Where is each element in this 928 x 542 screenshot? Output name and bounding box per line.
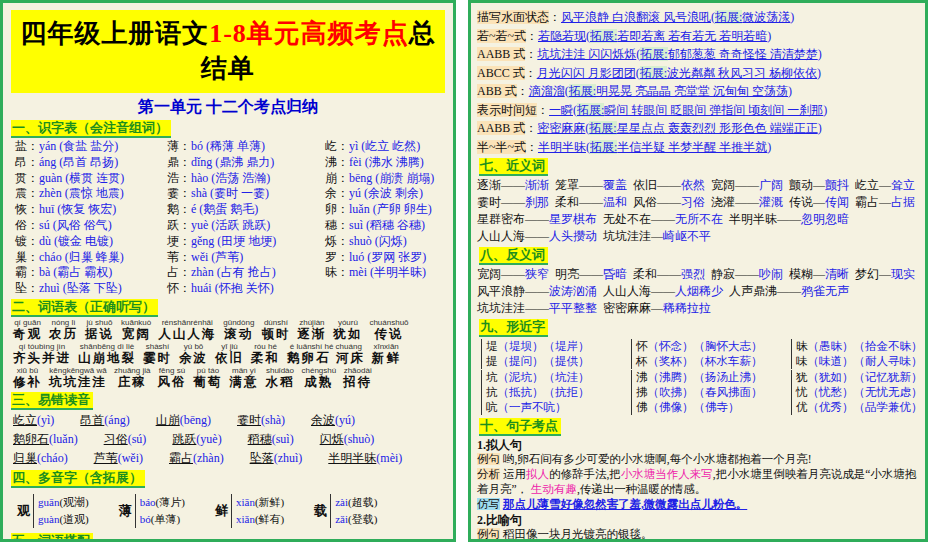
word-with-pinyin: yú bō余波 <box>179 342 208 365</box>
expansion-words: 微波荡漾 <box>742 10 790 24</box>
word-with-pinyin: zhāodài招待 <box>343 366 372 389</box>
polyphone-char: 薄 <box>119 502 132 520</box>
word-label: 成熟 <box>301 375 336 389</box>
pair-word-b: 颤抖 <box>825 178 849 192</box>
pinyin-label: gǔndòng <box>223 318 254 327</box>
pinyin-label: (wěi) <box>118 451 143 465</box>
shizi-char: 沸： <box>325 155 349 169</box>
shizi-char: 罗： <box>325 250 349 264</box>
word-label: 奇观 <box>13 327 42 341</box>
word-with-pinyin: qí tóubìng jìn齐头并进 <box>13 342 71 365</box>
shizi-pinyin-words: cháo (归巢 蜂巢) <box>39 250 124 264</box>
word-pattern-line: 表示时间短：一瞬(拓展:瞬间 转眼间 眨眼间 弹指间 顷刻间 一刹那) <box>477 101 919 120</box>
pair-word-b: 占据 <box>891 195 915 209</box>
pinyin-label: dùnshí <box>261 318 290 327</box>
pair-word-b: 灌溉 <box>759 195 783 209</box>
shizi-entry: 跃：yuè (活跃 跳跃) <box>167 218 325 234</box>
shizi-pinyin-words: bà (霸占 霸权) <box>39 265 112 279</box>
shizi-entry: 鹅：é (鹅蛋 鹅毛) <box>167 202 325 218</box>
word-pair: 霎时——刹那 <box>477 195 549 209</box>
pair-word-b: 昏暗 <box>603 267 627 281</box>
yidu-row: 屹立(yì)昂首(áng)山崩(bēng)霎时(shà)余波(yú) <box>9 411 447 430</box>
pattern-label: 描写水面状态 <box>477 10 549 24</box>
char-label: 怀 <box>636 340 648 352</box>
word-pair: 坑坑洼洼—崎岖不平 <box>603 229 711 243</box>
misread-word-item: 坠落(zhuì) <box>250 449 303 468</box>
shizi-pinyin-words: luó (罗网 张罗) <box>349 250 426 264</box>
char-label: 堤 <box>486 340 498 352</box>
xingjinzi-entry: 犹（犹如）（记忆犹新） <box>796 370 923 385</box>
word-pattern-line: AABB 式：密密麻麻(拓展:星星点点 轰轰烈烈 形形色色 端端正正) <box>477 119 919 138</box>
pattern-main-words: 若隐若现 <box>538 29 586 43</box>
word-label: (薄片) <box>156 496 185 508</box>
word-with-pinyin: dùnshí顿时 <box>261 318 290 341</box>
word-pattern-line: 描写水面状态：风平浪静 白浪翻滚 风号浪吼(拓展:微波荡漾) <box>477 8 919 27</box>
example-words: （泥坑）（坑洼） <box>498 371 590 383</box>
pinyin-label: shānbēng dì liè <box>78 342 136 351</box>
pair-word-b: 狭窄 <box>525 267 549 281</box>
pair-word-b: 人烟稀少 <box>675 284 723 298</box>
word-pair: 无处不在——无所不在 <box>603 212 723 226</box>
pattern-colon: ： <box>526 29 538 43</box>
pinyin-label: (suì) <box>272 432 294 446</box>
xingjinzi-entry: 吭（一声不吭） <box>486 400 631 415</box>
polyphone-reading: xiǎn(鲜有) <box>236 511 284 528</box>
polyphone-reading: bó(单薄) <box>140 511 185 528</box>
word-with-pinyin: shàshí霎时 <box>143 342 172 365</box>
shizi-entry: 巢：cháo (归巢 蜂巢) <box>15 250 167 266</box>
shizi-char: 恢： <box>15 202 39 216</box>
pattern-label: ABB 式 <box>477 84 517 98</box>
pair-word-a: 无处不在—— <box>603 212 675 226</box>
shizi-entry: 薄：bó (稀薄 单薄) <box>167 139 325 155</box>
shizi-pinyin-words: bó (稀薄 单薄) <box>191 139 265 153</box>
shizi-pinyin-words: zhàn (占有 抢占) <box>191 265 276 279</box>
shizi-pinyin-words: dǐng (鼎沸 鼎力) <box>191 155 274 169</box>
pair-word-a: 静寂—— <box>711 267 759 281</box>
word-label: 顿时 <box>261 327 290 341</box>
word-pair-line: 人山人海——人头攒动坑坑洼洼—崎岖不平 <box>477 228 919 245</box>
word-pair-line: 霎时——刹那柔和——温和风俗——习俗浇灌——灌溉传说—传闻霸占—占据 <box>477 194 919 211</box>
word-pair: 屹立—耸立 <box>855 178 915 192</box>
word-with-pinyin: chéngshú成熟 <box>301 366 336 389</box>
char-label: 犹 <box>796 371 808 383</box>
paren: ) <box>818 121 822 135</box>
xingjinzi-entry: 味（味道）（耐人寻味） <box>796 354 923 369</box>
pair-word-b: 平平整整 <box>549 301 597 315</box>
shizi-entry: 贯：guàn (横贯 连贯) <box>15 171 167 187</box>
word-pattern-line: ABB 式：滴溜溜(拓展:明晃晃 亮晶晶 亮堂堂 沉甸甸 空荡荡) <box>477 82 919 101</box>
page-title: 四年级上册语文1-8单元高频考点总结单 <box>11 10 445 93</box>
polyphone-char: 观 <box>17 502 30 520</box>
word-with-pinyin: kēngkēngwā wā坑坑洼洼 <box>49 366 107 389</box>
imitation-text: 那点儿薄雪好像忽然害了羞,微微露出点儿粉色。 <box>503 498 747 510</box>
pair-word-a: 柔和—— <box>555 195 603 209</box>
shizi-entry: 浩：hào (浩荡 浩瀚) <box>167 171 325 187</box>
word-label: 霎时 <box>237 413 261 427</box>
polyphone-group: 观guān(观潮)guàn(道观) <box>17 494 89 528</box>
shizi-pinyin-words: luǎn (产卵 卵生) <box>349 202 432 216</box>
pinyin-label: shàshí <box>143 342 172 351</box>
shizi-char: 浩： <box>167 171 191 185</box>
word-pair: 人山人海——人头攒动 <box>477 229 597 243</box>
word-pattern-line: 半~半~式：半明半昧(拓展:半信半疑 半梦半醒 半推半就) <box>477 138 919 157</box>
shizi-char: 坠： <box>15 281 39 295</box>
pinyin-label: zǎi <box>335 513 348 525</box>
expansion-label: 拓展: <box>715 10 742 24</box>
shizi-char: 鼎： <box>167 155 191 169</box>
paren: ) <box>788 84 792 98</box>
word-pair: 笼罩——覆盖 <box>555 178 627 192</box>
char-label: 佛 <box>636 401 648 413</box>
shizi-entry: 烁：shuò (闪烁) <box>325 234 447 250</box>
char-label: 沸 <box>636 371 648 383</box>
word-with-pinyin: kuānkuò宽阔 <box>121 318 151 341</box>
pair-word-b: 清晰 <box>825 267 849 281</box>
shizi-pinyin-words: mèi (半明半昧) <box>349 265 426 279</box>
word-label: 柔和 <box>251 351 280 365</box>
shizi-pinyin-words: shuò (闪烁) <box>349 234 407 248</box>
word-label: 坑坑洼洼 <box>49 375 107 389</box>
misread-word-item: 跳跃(yuè) <box>172 430 221 449</box>
word-with-pinyin: jù shuō据说 <box>85 318 114 341</box>
shizi-entry: 罗：luó (罗网 张罗) <box>325 250 447 266</box>
char-label: 抗 <box>486 386 498 398</box>
text-segment: 生动有趣 <box>531 483 577 495</box>
analysis-label: 分析 <box>477 468 500 480</box>
